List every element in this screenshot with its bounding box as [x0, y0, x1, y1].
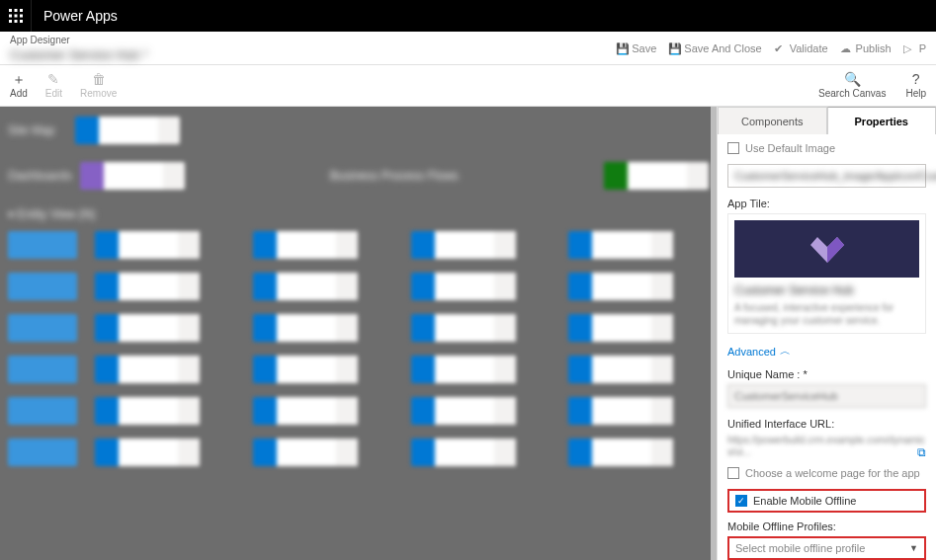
tab-components[interactable]: Components: [718, 107, 827, 134]
save-close-button[interactable]: 💾Save And Close: [668, 42, 761, 54]
canvas-field[interactable]: [253, 439, 393, 466]
use-default-image-checkbox[interactable]: Use Default Image: [727, 142, 926, 154]
canvas-section-label: Dashboards: [8, 169, 72, 183]
play-button[interactable]: ▷P: [903, 42, 926, 54]
edit-label: Edit: [45, 88, 62, 99]
url-label: Unified Interface URL:: [727, 418, 926, 430]
canvas-field[interactable]: [568, 397, 709, 425]
canvas-field[interactable]: [411, 397, 552, 425]
app-tile-title: Customer Service Hub: [734, 283, 919, 297]
svg-rect-4: [14, 15, 17, 18]
svg-rect-5: [20, 15, 23, 18]
chevron-down-icon: ▼: [909, 543, 918, 553]
entity-chip[interactable]: [8, 356, 77, 383]
welcome-page-label: Choose a welcome page for the app: [745, 467, 920, 479]
checkbox-icon: [727, 467, 739, 479]
search-canvas-button[interactable]: 🔍Search Canvas: [818, 72, 886, 99]
chevron-up-icon: ︿: [780, 344, 791, 359]
sub-bar: App Designer Customer Service Hub * 💾Sav…: [0, 32, 936, 65]
enable-offline-checkbox[interactable]: Enable Mobile Offline: [735, 495, 918, 507]
validate-button[interactable]: ✔Validate: [774, 42, 828, 54]
save-label: Save: [632, 42, 656, 54]
canvas-field[interactable]: [568, 231, 709, 259]
url-value: https://powerbuild.crm.example.com/dynam…: [727, 435, 925, 457]
help-label: Help: [905, 88, 926, 99]
welcome-page-checkbox[interactable]: Choose a welcome page for the app: [727, 467, 926, 479]
svg-rect-1: [14, 9, 17, 12]
help-icon: ?: [912, 72, 920, 86]
validate-label: Validate: [790, 42, 828, 54]
svg-rect-8: [20, 20, 23, 23]
panel-tabs: Components Properties: [718, 107, 936, 134]
canvas-mid-label: Business Process Flows: [193, 169, 596, 183]
toolbar: ＋Add ✎Edit 🗑Remove 🔍Search Canvas ?Help: [0, 65, 936, 107]
remove-label: Remove: [80, 88, 117, 99]
canvas-field[interactable]: [253, 231, 393, 259]
tab-properties[interactable]: Properties: [827, 107, 937, 134]
canvas-field[interactable]: [568, 439, 709, 466]
canvas-field[interactable]: [604, 162, 709, 190]
publish-icon: ☁: [840, 42, 852, 54]
canvas-section-label: Site Map: [8, 123, 67, 137]
save-button[interactable]: 💾Save: [616, 42, 656, 54]
brand-label: Power Apps: [32, 8, 129, 24]
mobile-offline-profile-select[interactable]: Select mobile offline profile ▼: [727, 536, 926, 560]
canvas-field[interactable]: [253, 397, 393, 425]
canvas-field[interactable]: [75, 117, 180, 144]
svg-marker-10: [827, 237, 844, 263]
search-icon: 🔍: [844, 72, 861, 86]
entity-chip[interactable]: [8, 314, 77, 342]
enable-offline-label: Enable Mobile Offline: [753, 495, 856, 507]
entity-chip[interactable]: [8, 231, 77, 259]
profiles-label: Mobile Offline Profiles:: [727, 520, 926, 532]
edit-button: ✎Edit: [45, 72, 62, 99]
canvas-field[interactable]: [95, 397, 235, 425]
app-tile-desc: A focused, interactive experience for ma…: [734, 301, 919, 327]
canvas-field[interactable]: [568, 356, 709, 383]
canvas-field[interactable]: [95, 439, 235, 466]
save-close-icon: 💾: [668, 42, 680, 54]
trash-icon: 🗑: [92, 72, 106, 86]
unique-name-input[interactable]: CustomerServiceHub: [727, 384, 926, 408]
canvas-field[interactable]: [95, 231, 235, 259]
publish-button[interactable]: ☁Publish: [840, 42, 892, 54]
canvas-field[interactable]: [411, 439, 552, 466]
copy-icon[interactable]: ⧉: [917, 445, 926, 459]
search-label: Search Canvas: [818, 88, 886, 99]
canvas-field[interactable]: [411, 231, 552, 259]
canvas-field[interactable]: [253, 273, 393, 300]
checkbox-checked-icon: [735, 495, 747, 507]
advanced-toggle[interactable]: Advanced ︿: [727, 344, 926, 359]
app-tile-preview: Customer Service Hub A focused, interact…: [727, 213, 926, 334]
design-canvas[interactable]: Site Map Dashboards Business Process Flo…: [0, 107, 717, 560]
image-select[interactable]: CustomerServiceHub_image/AppIcon/Custome…: [727, 164, 926, 188]
canvas-field[interactable]: [411, 356, 552, 383]
heart-icon: [805, 231, 850, 267]
publish-label: Publish: [856, 42, 892, 54]
entity-chip[interactable]: [8, 439, 77, 466]
advanced-label: Advanced: [727, 346, 776, 358]
canvas-field[interactable]: [95, 273, 235, 300]
properties-panel: Components Properties Use Default Image …: [717, 107, 936, 560]
entity-chip[interactable]: [8, 273, 77, 300]
canvas-field[interactable]: [95, 356, 235, 383]
designer-label: App Designer: [10, 35, 147, 45]
canvas-field[interactable]: [80, 162, 185, 190]
canvas-field[interactable]: [95, 314, 235, 342]
canvas-field[interactable]: [568, 314, 709, 342]
add-button[interactable]: ＋Add: [10, 72, 28, 99]
help-button[interactable]: ?Help: [905, 72, 926, 99]
canvas-field[interactable]: [253, 356, 393, 383]
play-label: P: [919, 42, 926, 54]
canvas-field[interactable]: [411, 273, 552, 300]
remove-button: 🗑Remove: [80, 72, 117, 99]
app-launcher-button[interactable]: [0, 0, 32, 32]
entity-grid: [8, 231, 709, 466]
canvas-field[interactable]: [253, 314, 393, 342]
profiles-placeholder: Select mobile offline profile: [735, 542, 865, 554]
entity-chip[interactable]: [8, 397, 77, 425]
validate-icon: ✔: [774, 42, 786, 54]
canvas-field[interactable]: [568, 273, 709, 300]
add-label: Add: [10, 88, 28, 99]
canvas-field[interactable]: [411, 314, 552, 342]
